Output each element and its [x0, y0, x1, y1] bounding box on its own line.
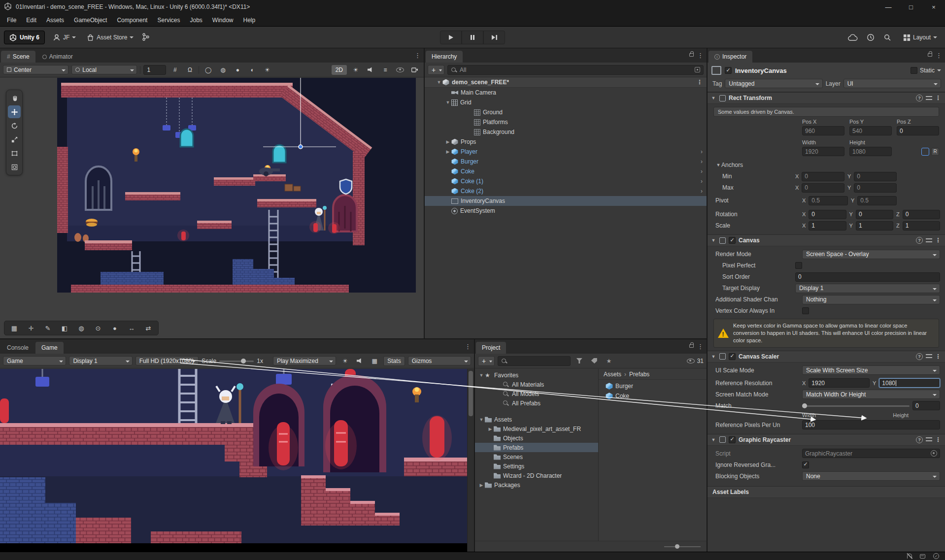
anchor-min-y-field[interactable]: 0 [854, 172, 897, 181]
rotation-y-field[interactable]: 0 [856, 210, 893, 219]
canvas-scaler-header[interactable]: ▼ Canvas Scaler ? ⋮ [708, 351, 945, 362]
scale-x-field[interactable]: 1 [809, 221, 846, 231]
foldout-open-icon[interactable]: ▼ [478, 373, 485, 378]
move-tool-button[interactable] [8, 105, 21, 118]
menu-assets[interactable]: Assets [41, 14, 69, 27]
project-folder-favorites[interactable]: ▼Favorites [475, 370, 598, 380]
prefab-chevron-icon[interactable]: › [701, 148, 703, 155]
gameobject-name-field[interactable]: InventoryCanvas [735, 67, 907, 74]
menu-services[interactable]: Services [152, 14, 185, 27]
foldout-open-icon[interactable]: ▼ [478, 417, 485, 422]
component-menu-icon[interactable]: ⋮ [935, 237, 941, 244]
transform-tool-button[interactable] [8, 161, 21, 173]
shaded-mode-icon[interactable]: ◯ [202, 65, 214, 75]
foldout-open-icon[interactable]: ▼ [710, 354, 716, 359]
history-icon[interactable] [867, 33, 875, 41]
menu-jobs[interactable]: Jobs [185, 14, 207, 27]
foldout-open-icon[interactable]: ▼ [710, 96, 716, 100]
version-control-icon[interactable] [141, 33, 150, 43]
anchors-foldout-icon[interactable]: ▼ [715, 163, 721, 167]
rect-tool-button[interactable] [8, 147, 21, 160]
breadcrumb-current[interactable]: Prefabs [629, 371, 649, 378]
menu-help[interactable]: Help [238, 14, 261, 27]
object-picker-icon[interactable] [931, 450, 937, 457]
blocking-objects-dropdown[interactable]: None [802, 471, 940, 481]
foldout-closed-icon[interactable]: ▶ [487, 427, 494, 431]
tag-dropdown[interactable]: Untagged [725, 79, 822, 88]
lighting-toggle-icon[interactable]: ☀ [350, 65, 362, 75]
hierarchy-item-ground[interactable]: Ground [425, 107, 707, 117]
project-folder-all-prefabs[interactable]: All Prefabs [475, 398, 598, 408]
project-folder-scenes[interactable]: Scenes [475, 452, 598, 461]
search-icon[interactable] [883, 33, 891, 41]
project-folder-assets[interactable]: ▼Assets [475, 415, 598, 424]
scale-z-field[interactable]: 1 [903, 221, 940, 231]
presets-icon[interactable] [926, 238, 932, 243]
hierarchy-create-button[interactable] [428, 65, 444, 75]
width-field[interactable]: 1920 [802, 147, 844, 156]
snap-magnet-icon[interactable]: Ω [184, 65, 196, 75]
close-button[interactable]: × [922, 0, 945, 14]
tile-move-icon[interactable]: ✛ [23, 322, 39, 334]
half-lit-icon[interactable]: ◐ [246, 65, 258, 75]
pos-x-field[interactable]: 960 [802, 126, 844, 135]
presets-icon[interactable] [926, 96, 932, 100]
tile-rotate-icon[interactable]: ↔ [124, 322, 139, 334]
asset-labels-header[interactable]: Asset Labels [708, 486, 945, 498]
wireframe-mode-icon[interactable]: ◍ [217, 65, 229, 75]
pixel-perfect-checkbox[interactable] [795, 262, 802, 269]
project-asset-burger[interactable]: Burger [599, 381, 707, 391]
hierarchy-item-coke-1[interactable]: Coke (1)› [425, 176, 707, 186]
search-by-type-icon[interactable] [574, 356, 585, 366]
reference-ppu-field[interactable]: 100 [802, 420, 940, 429]
prefab-chevron-icon[interactable]: › [701, 158, 703, 165]
rotate-tool-button[interactable] [8, 119, 21, 132]
visibility-eye-icon[interactable] [394, 65, 406, 75]
prefab-chevron-icon[interactable]: › [701, 168, 703, 175]
tab-game[interactable]: Game [35, 342, 64, 354]
asset-store-dropdown[interactable]: Asset Store [84, 31, 136, 44]
hierarchy-item-burger[interactable]: Burger› [425, 157, 707, 166]
anchor-max-y-field[interactable]: 0 [854, 183, 897, 193]
project-menu-icon[interactable]: ⋮ [697, 343, 704, 350]
tile-shuffle-icon[interactable]: ⇄ [140, 322, 156, 334]
project-search-input[interactable] [498, 356, 571, 366]
resolution-dropdown[interactable]: Full HD (1920x1080) [135, 356, 199, 365]
pos-y-field[interactable]: 540 [849, 126, 892, 135]
help-icon[interactable]: ? [916, 237, 923, 244]
grid-snap-icon[interactable]: # [169, 65, 181, 75]
scene-panel-menu-icon[interactable]: ⋮ [414, 52, 421, 59]
help-icon[interactable]: ? [916, 95, 923, 101]
menu-gameobject[interactable]: GameObject [69, 14, 112, 27]
project-folder-settings[interactable]: Settings [475, 461, 598, 471]
hierarchy-search-input[interactable]: All [447, 65, 704, 75]
inspector-menu-icon[interactable]: ⋮ [936, 52, 942, 59]
project-folder-objects[interactable]: Objects [475, 433, 598, 443]
hierarchy-lock-icon[interactable] [689, 53, 694, 57]
hierarchy-scene-row[interactable]: ▼ demo_scene_FREE* ⋮ [425, 77, 707, 88]
menu-component[interactable]: Component [112, 14, 152, 27]
anchor-max-x-field[interactable]: 0 [802, 183, 844, 193]
metrics-icon[interactable]: ▦ [369, 356, 380, 366]
notifications-muted-icon[interactable] [907, 554, 912, 559]
ui-scale-mode-dropdown[interactable]: Scale With Screen Size [802, 365, 940, 375]
project-create-button[interactable] [478, 356, 495, 366]
project-lock-icon[interactable] [689, 344, 694, 348]
grid-size-field[interactable]: 1 [143, 65, 166, 75]
foldout-closed-icon[interactable]: ▶ [444, 139, 451, 144]
additional-shader-dropdown[interactable]: Nothing [802, 295, 940, 304]
foldout-closed-icon[interactable]: ▶ [444, 149, 451, 154]
script-object-field[interactable]: GraphicRaycaster [802, 449, 940, 458]
scale-slider[interactable] [219, 357, 254, 365]
static-checkbox[interactable] [911, 67, 917, 74]
pivot-x-field[interactable]: 0.5 [809, 196, 848, 205]
foldout-open-icon[interactable]: ▼ [444, 100, 451, 105]
foldout-closed-icon[interactable]: ▶ [478, 483, 485, 488]
rotation-x-field[interactable]: 0 [809, 210, 846, 219]
tile-box-icon[interactable]: ● [107, 322, 123, 334]
render-mode-dropdown[interactable]: Screen Space - Overlay [802, 250, 940, 259]
game-viewport[interactable] [0, 369, 474, 552]
search-by-label-icon[interactable] [588, 356, 600, 366]
effects-dropdown-icon[interactable]: ☀ [261, 65, 273, 75]
project-folder-prefabs[interactable]: Prefabs [475, 443, 598, 452]
